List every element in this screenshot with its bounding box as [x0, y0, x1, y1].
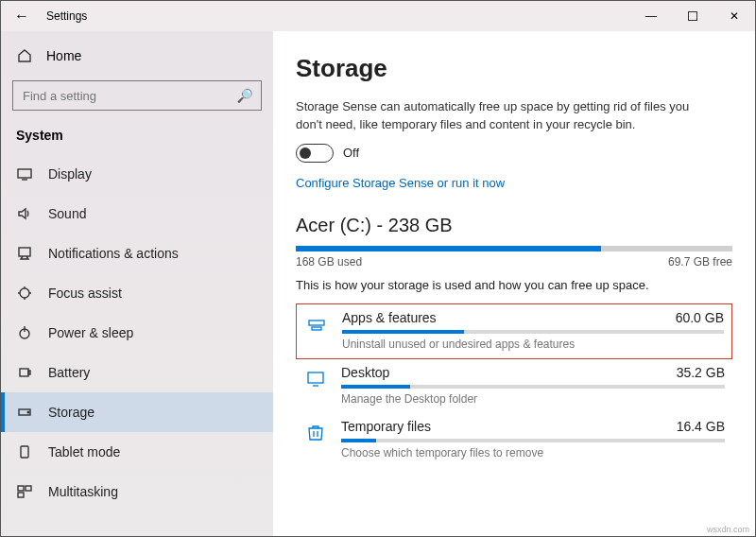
nav-icon: [16, 444, 33, 459]
nav-icon: [16, 405, 33, 420]
svg-point-4: [20, 288, 29, 298]
window-title: Settings: [43, 9, 87, 23]
category-bar: [341, 385, 725, 389]
back-button[interactable]: ←: [1, 8, 43, 25]
search-field[interactable]: [21, 88, 237, 104]
category-bar: [342, 330, 724, 334]
title-bar: ← Settings — ✕: [1, 1, 755, 31]
watermark: wsxdn.com: [707, 525, 749, 534]
maximize-button[interactable]: [672, 1, 713, 31]
svg-rect-16: [312, 327, 321, 330]
category-hint: Choose which temporary files to remove: [341, 446, 725, 459]
category-temporary-files[interactable]: Temporary files16.4 GBChoose which tempo…: [296, 413, 732, 467]
nav-item-display[interactable]: Display: [1, 154, 273, 194]
nav-list[interactable]: DisplaySoundNotifications & actionsFocus…: [1, 154, 273, 536]
category-size: 16.4 GB: [677, 419, 725, 434]
home-label: Home: [46, 48, 81, 63]
nav-icon: [16, 206, 33, 221]
category-name: Temporary files: [341, 419, 431, 434]
nav-icon: [16, 325, 33, 340]
configure-link[interactable]: Configure Storage Sense or run it now: [296, 176, 732, 190]
svg-rect-8: [28, 371, 30, 374]
nav-group-label: System: [1, 124, 273, 154]
svg-point-10: [27, 411, 29, 413]
storage-sense-description: Storage Sense can automatically free up …: [296, 98, 702, 134]
svg-rect-17: [308, 372, 323, 383]
nav-item-power-sleep[interactable]: Power & sleep: [1, 313, 273, 353]
active-indicator: [1, 392, 5, 432]
svg-rect-13: [26, 486, 31, 491]
storage-sense-toggle[interactable]: [296, 144, 334, 163]
nav-item-multitasking[interactable]: Multitasking: [1, 472, 273, 511]
category-apps-features[interactable]: Apps & features60.0 GBUninstall unused o…: [296, 303, 732, 359]
svg-rect-1: [18, 169, 31, 178]
nav-item-tablet-mode[interactable]: Tablet mode: [1, 432, 273, 472]
nav-label: Power & sleep: [48, 325, 133, 340]
nav-icon: [16, 365, 33, 380]
nav-item-focus-assist[interactable]: Focus assist: [1, 273, 273, 313]
minimize-button[interactable]: —: [630, 1, 672, 31]
sidebar: Home 🔍 System DisplaySoundNotifications …: [1, 31, 273, 536]
used-label: 168 GB used: [296, 255, 362, 268]
nav-item-notifications-actions[interactable]: Notifications & actions: [1, 234, 273, 273]
svg-rect-14: [18, 493, 24, 497]
nav-label: Tablet mode: [48, 444, 120, 459]
category-hint: Uninstall unused or undesired apps & fea…: [342, 338, 724, 351]
close-button[interactable]: ✕: [713, 1, 755, 31]
svg-rect-11: [21, 446, 28, 458]
category-size: 35.2 GB: [677, 365, 725, 380]
nav-item-battery[interactable]: Battery: [1, 353, 273, 392]
category-icon: [303, 419, 328, 459]
nav-label: Display: [48, 166, 92, 182]
toggle-label: Off: [343, 146, 359, 160]
category-size: 60.0 GB: [676, 310, 724, 325]
free-label: 69.7 GB free: [668, 255, 732, 268]
svg-rect-15: [309, 320, 324, 325]
nav-icon: [16, 484, 33, 499]
svg-rect-7: [20, 369, 28, 376]
drive-usage-bar: [296, 246, 732, 251]
nav-icon: [16, 166, 33, 182]
svg-rect-0: [689, 12, 697, 21]
home-icon: [16, 48, 33, 63]
nav-label: Sound: [48, 206, 86, 221]
nav-icon: [16, 286, 33, 301]
drive-title: Acer (C:) - 238 GB: [296, 215, 732, 236]
category-name: Desktop: [341, 365, 389, 380]
nav-item-storage[interactable]: Storage: [1, 392, 273, 432]
category-desktop[interactable]: Desktop35.2 GBManage the Desktop folder: [296, 359, 732, 413]
category-hint: Manage the Desktop folder: [341, 392, 725, 406]
nav-label: Multitasking: [48, 484, 118, 499]
usage-description: This is how your storage is used and how…: [296, 278, 732, 292]
page-heading: Storage: [296, 54, 732, 83]
svg-rect-12: [18, 486, 24, 491]
nav-label: Focus assist: [48, 286, 122, 301]
nav-label: Storage: [48, 405, 94, 420]
main-content: Storage Storage Sense can automatically …: [273, 31, 755, 536]
category-icon: [304, 310, 329, 351]
category-list: Apps & features60.0 GBUninstall unused o…: [296, 303, 732, 467]
search-input[interactable]: 🔍: [12, 80, 262, 111]
nav-icon: [16, 246, 33, 261]
category-name: Apps & features: [342, 310, 437, 325]
nav-label: Battery: [48, 365, 90, 380]
nav-label: Notifications & actions: [48, 246, 179, 261]
home-nav[interactable]: Home: [1, 39, 273, 73]
nav-item-sound[interactable]: Sound: [1, 194, 273, 234]
category-icon: [303, 365, 328, 406]
svg-rect-3: [19, 248, 30, 256]
search-icon: 🔍: [237, 88, 253, 103]
category-bar: [341, 439, 725, 442]
